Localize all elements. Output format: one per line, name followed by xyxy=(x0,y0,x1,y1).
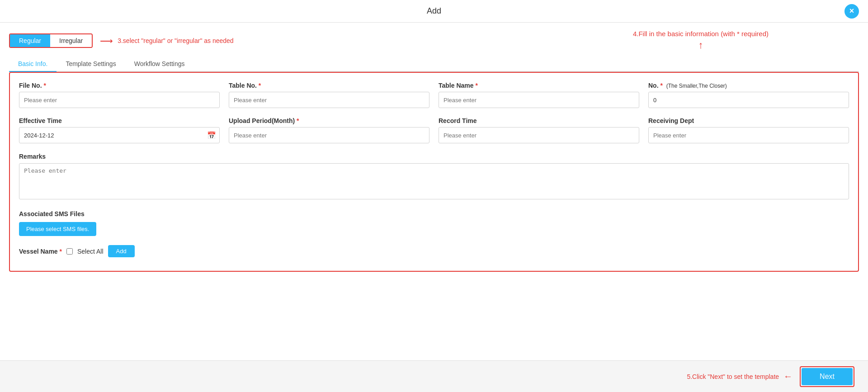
type-buttons-group: Regular Irregular xyxy=(9,33,93,48)
vessel-label: Vessel Name * xyxy=(19,248,62,255)
file-no-group: File No. * xyxy=(19,82,220,108)
upload-period-group: Upload Period(Month) * xyxy=(229,117,429,143)
next-button-wrapper: Next xyxy=(800,366,854,387)
next-button[interactable]: Next xyxy=(802,368,853,385)
record-time-label: Record Time xyxy=(439,117,639,124)
record-time-input[interactable] xyxy=(439,127,639,143)
receiving-dept-input[interactable] xyxy=(648,127,849,143)
effective-time-label: Effective Time xyxy=(19,117,220,124)
arrow-up-icon: ↑ xyxy=(698,39,703,51)
header: Add × xyxy=(0,0,868,23)
page-title: Add xyxy=(427,6,441,16)
main-content: Regular Irregular ⟶ 3.select "regular" o… xyxy=(0,23,868,360)
upload-period-input[interactable] xyxy=(229,127,429,143)
no-value: 0 xyxy=(648,92,849,108)
form-row-2: Effective Time 📅 Upload Period(Month) * xyxy=(19,117,849,143)
table-name-label: Table Name * xyxy=(439,82,639,89)
type-instruction: ⟶ 3.select "regular" or "irregular" as n… xyxy=(100,35,233,46)
file-no-input[interactable] xyxy=(19,92,220,108)
table-no-group: Table No. * xyxy=(229,82,429,108)
calendar-icon: 📅 xyxy=(207,131,216,140)
regular-button[interactable]: Regular xyxy=(10,34,50,47)
record-time-group: Record Time xyxy=(439,117,639,143)
type-selector-row: Regular Irregular ⟶ 3.select "regular" o… xyxy=(9,30,859,51)
remarks-label: Remarks xyxy=(19,153,46,160)
vessel-row: Vessel Name * Select All Add xyxy=(19,245,849,257)
sms-label: Associated SMS Files xyxy=(19,210,849,217)
table-name-group: Table Name * xyxy=(439,82,639,108)
next-instruction: 5.Click "Next" to set the template ← xyxy=(687,371,793,382)
form-area: File No. * Table No. * Table Name * xyxy=(9,72,859,272)
tab-workflow-settings[interactable]: Workflow Settings xyxy=(125,57,194,72)
form-row-1: File No. * Table No. * Table Name * xyxy=(19,82,849,108)
table-no-input[interactable] xyxy=(229,92,429,108)
effective-time-input[interactable] xyxy=(19,127,220,143)
tabs: Basic Info. Template Settings Workflow S… xyxy=(9,57,859,72)
table-name-input[interactable] xyxy=(439,92,639,108)
select-all-label: Select All xyxy=(77,248,104,255)
basic-info-instruction-text: 4.Fill in the basic information (with * … xyxy=(633,30,769,38)
no-group: No. * (The Smaller,The Closer) 0 xyxy=(648,82,849,108)
basic-info-instruction: 4.Fill in the basic information (with * … xyxy=(633,30,769,51)
page-container: Add × Regular Irregular ⟶ 3.select "regu… xyxy=(0,0,868,392)
upload-period-label: Upload Period(Month) * xyxy=(229,117,429,124)
receiving-dept-group: Receiving Dept xyxy=(648,117,849,143)
remarks-row: Remarks xyxy=(19,152,849,201)
effective-time-wrapper: 📅 xyxy=(19,127,220,143)
table-no-label: Table No. * xyxy=(229,82,429,89)
receiving-dept-label: Receiving Dept xyxy=(648,117,849,124)
type-instruction-text: 3.select "regular" or "irregular" as nee… xyxy=(118,37,233,44)
arrow-left-icon: ← xyxy=(783,371,793,382)
irregular-button[interactable]: Irregular xyxy=(50,34,92,47)
sms-row: Associated SMS Files Please select SMS f… xyxy=(19,210,849,236)
tab-basic-info[interactable]: Basic Info. xyxy=(9,57,57,72)
vessel-add-button[interactable]: Add xyxy=(108,245,135,257)
arrow-right-icon: ⟶ xyxy=(100,35,113,46)
close-button[interactable]: × xyxy=(844,4,859,19)
footer: 5.Click "Next" to set the template ← Nex… xyxy=(0,360,868,392)
next-instruction-text: 5.Click "Next" to set the template xyxy=(687,373,779,380)
sms-select-button[interactable]: Please select SMS files. xyxy=(19,222,96,236)
effective-time-group: Effective Time 📅 xyxy=(19,117,220,143)
select-all-checkbox[interactable] xyxy=(66,248,73,255)
remarks-input[interactable] xyxy=(19,163,849,199)
tab-template-settings[interactable]: Template Settings xyxy=(57,57,125,72)
file-no-label: File No. * xyxy=(19,82,220,89)
no-label: No. * (The Smaller,The Closer) xyxy=(648,82,849,89)
